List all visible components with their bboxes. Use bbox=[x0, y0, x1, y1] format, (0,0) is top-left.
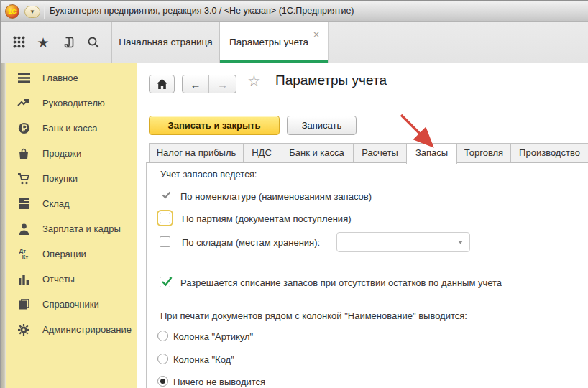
radio-column-article-label[interactable]: Колонка "Артикул" bbox=[173, 331, 253, 342]
radio-nothing-label[interactable]: Ничего не выводится bbox=[173, 377, 265, 387]
print-column-lead-text: При печати документов рядом с колонкой "… bbox=[160, 310, 467, 321]
sidebar: Главное Руководителю Банк и касса bbox=[1, 63, 137, 388]
save-and-close-button[interactable]: Записать и закрыть bbox=[149, 116, 280, 135]
shopping-bag-icon bbox=[14, 148, 33, 160]
ruble-circle-icon bbox=[14, 122, 33, 134]
trend-up-icon bbox=[14, 98, 33, 108]
warehouses-checkbox-label[interactable]: По складам (местам хранения): bbox=[182, 237, 320, 248]
radio-column-code[interactable] bbox=[157, 354, 168, 364]
sidebar-item-directories[interactable]: Справочники bbox=[6, 292, 137, 317]
application-window: 1С ▼ Бухгалтерия предприятия, редакция 3… bbox=[0, 0, 588, 388]
sidebar-item-sales[interactable]: Продажи bbox=[6, 141, 137, 166]
history-nav-group: ← → bbox=[182, 75, 236, 93]
sidebar-item-payroll-hr[interactable]: Зарплата и кадры bbox=[6, 216, 137, 241]
sidebar-item-reports[interactable]: Отчеты bbox=[6, 267, 137, 292]
page-title: Параметры учета bbox=[275, 73, 387, 88]
sidebar-item-label: Покупки bbox=[42, 173, 78, 184]
batches-checkbox-label[interactable]: По партиям (документам поступления) bbox=[182, 213, 352, 224]
sidebar-item-bank-cash[interactable]: Банк и касса bbox=[6, 116, 137, 141]
shopping-cart-icon bbox=[14, 173, 33, 185]
tab-vat[interactable]: НДС bbox=[243, 143, 280, 162]
favorites-star-icon[interactable]: ★ bbox=[32, 22, 54, 63]
writeoff-checkbox-label[interactable]: Разрешается списание запасов при отсутст… bbox=[180, 277, 502, 288]
sidebar-item-label: Администрирование bbox=[42, 324, 132, 335]
tab-accounting-parameters[interactable]: Параметры учета × bbox=[220, 22, 329, 63]
grid-menu-icon[interactable] bbox=[8, 22, 29, 63]
sidebar-item-administration[interactable]: Администрирование bbox=[6, 317, 137, 342]
tab-production[interactable]: Производство bbox=[510, 143, 588, 162]
sidebar-item-label: Склад bbox=[42, 198, 70, 209]
history-icon[interactable] bbox=[58, 22, 80, 63]
settings-tab-bar: Налог на прибыль НДС Банк и касса Расчет… bbox=[137, 143, 588, 164]
sidebar-item-label: Главное bbox=[42, 73, 78, 83]
warehouse-combobox[interactable] bbox=[336, 232, 470, 252]
tab-income-tax[interactable]: Налог на прибыль bbox=[149, 143, 244, 162]
main-menu-dropdown-button[interactable]: ▼ bbox=[24, 6, 40, 18]
gear-icon bbox=[14, 324, 33, 336]
books-icon bbox=[14, 299, 33, 310]
toolbar-icons-group: ★ bbox=[1, 22, 112, 63]
sidebar-item-warehouse[interactable]: Склад bbox=[6, 191, 137, 216]
search-icon[interactable] bbox=[83, 22, 104, 63]
window-title: Бухгалтерия предприятия, редакция 3.0 / … bbox=[50, 1, 354, 22]
debit-credit-icon: ДтКт bbox=[14, 249, 33, 260]
titlebar-separator bbox=[44, 4, 45, 19]
tab-settlements[interactable]: Расчеты bbox=[353, 143, 407, 162]
bar-chart-icon bbox=[14, 274, 33, 285]
back-button[interactable]: ← bbox=[183, 75, 209, 93]
check-icon bbox=[162, 190, 171, 201]
chevron-down-icon[interactable] bbox=[451, 233, 469, 251]
main-content: ← → ☆ Параметры учета Записать и закрыть… bbox=[137, 63, 588, 388]
tab-trade[interactable]: Торговля bbox=[456, 143, 511, 162]
sidebar-item-label: Справочники bbox=[42, 299, 99, 310]
warehouses-checkbox[interactable] bbox=[160, 236, 170, 247]
batches-checkbox[interactable] bbox=[160, 213, 170, 223]
add-favorite-star-icon[interactable]: ☆ bbox=[247, 73, 261, 90]
writeoff-checkbox[interactable] bbox=[160, 277, 170, 287]
home-button[interactable] bbox=[149, 75, 175, 93]
sidebar-item-label: Руководителю bbox=[42, 98, 105, 108]
sidebar-item-purchases[interactable]: Покупки bbox=[6, 166, 137, 191]
nomenclature-option-label: По номенклатуре (наименованиям запасов) bbox=[180, 191, 372, 202]
tab-label: Параметры учета bbox=[220, 22, 328, 63]
warehouse-grid-icon bbox=[14, 198, 33, 209]
tab-label: Начальная страница bbox=[112, 22, 219, 63]
1c-logo-icon[interactable]: 1С bbox=[5, 4, 19, 19]
sidebar-item-main[interactable]: Главное bbox=[6, 65, 137, 91]
sidebar-item-label: Зарплата и кадры bbox=[42, 223, 121, 234]
radio-column-article[interactable] bbox=[157, 331, 168, 341]
sidebar-item-manager[interactable]: Руководителю bbox=[6, 91, 137, 116]
tab-inventory[interactable]: Запасы bbox=[406, 143, 457, 164]
panel-left-border bbox=[146, 162, 147, 388]
sidebar-menu: Главное Руководителю Банк и касса bbox=[6, 65, 137, 342]
forward-button[interactable]: → bbox=[209, 75, 236, 93]
sidebar-item-operations[interactable]: ДтКт Операции bbox=[6, 241, 137, 267]
close-icon[interactable]: × bbox=[311, 29, 321, 40]
tab-home-page[interactable]: Начальная страница bbox=[112, 22, 220, 63]
person-icon bbox=[14, 223, 33, 235]
title-bar: 1С ▼ Бухгалтерия предприятия, редакция 3… bbox=[1, 0, 588, 22]
inventory-lead-text: Учет запасов ведется: bbox=[160, 169, 257, 180]
tab-bank-cash[interactable]: Банк и касса bbox=[280, 143, 354, 162]
menu-lines-icon bbox=[14, 73, 33, 83]
radio-nothing-selected[interactable] bbox=[157, 376, 168, 387]
sidebar-item-label: Операции bbox=[42, 249, 86, 259]
toolbar-strip: ★ Начальная страница Параметры учета × bbox=[1, 22, 588, 63]
sidebar-edge-strip bbox=[1, 63, 6, 388]
save-button[interactable]: Записать bbox=[287, 116, 357, 135]
radio-column-code-label[interactable]: Колонка "Код" bbox=[173, 354, 234, 365]
sidebar-item-label: Банк и касса bbox=[42, 123, 98, 134]
sidebar-item-label: Отчеты bbox=[42, 274, 75, 285]
sidebar-item-label: Продажи bbox=[42, 148, 81, 159]
